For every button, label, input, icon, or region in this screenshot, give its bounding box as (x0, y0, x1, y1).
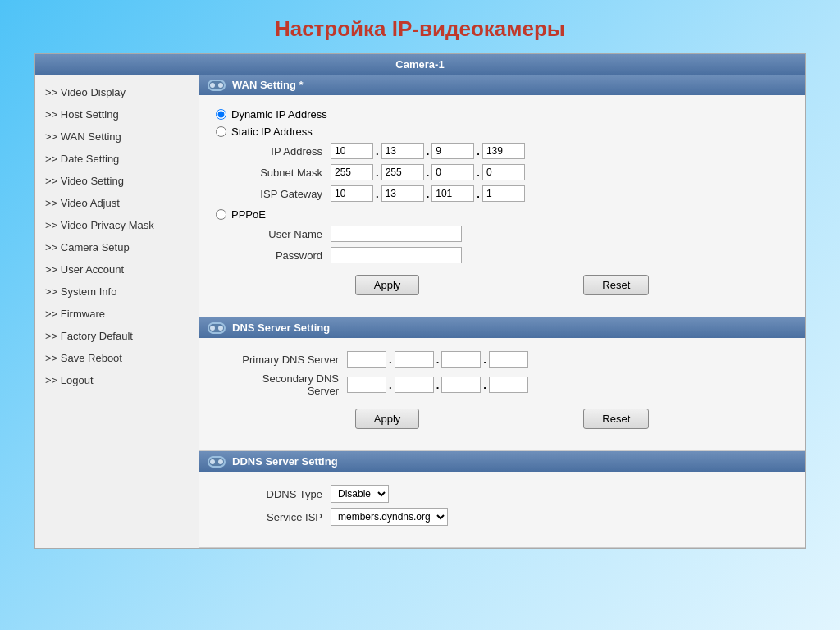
sidebar-item-logout[interactable]: >> Logout (35, 369, 199, 391)
pdns-dot-3: . (482, 354, 487, 366)
username-input[interactable] (331, 226, 462, 242)
subnet-dot-1: . (375, 167, 380, 179)
dns-section-icon (208, 322, 226, 334)
secondary-dns-group: . . . (347, 377, 528, 393)
ip-address-row: IP Address . . . (216, 143, 788, 159)
secondary-dns-oct3[interactable] (441, 377, 481, 393)
ddns-section: DDNS Server Setting DDNS Type Disable En… (199, 451, 805, 548)
dns-section-body: Primary DNS Server . . . Se (199, 338, 805, 442)
ip-oct4[interactable] (482, 143, 525, 159)
wan-section-icon (208, 80, 226, 91)
primary-dns-oct1[interactable] (347, 351, 386, 368)
username-label: User Name (240, 228, 331, 240)
gw-dot-3: . (476, 188, 481, 200)
dns-button-row: Apply Reset (216, 409, 788, 429)
wan-apply-button[interactable]: Apply (355, 275, 420, 295)
service-isp-select[interactable]: members.dyndns.org (331, 508, 448, 526)
pppoe-label[interactable]: PPPoE (231, 208, 266, 221)
sidebar-item-video-privacy-mask[interactable]: >> Video Privacy Mask (35, 214, 199, 236)
sidebar-item-date-setting[interactable]: >> Date Setting (35, 148, 199, 170)
subnet-mask-group: . . . (331, 164, 525, 180)
wan-section-title: WAN Setting * (232, 79, 304, 91)
isp-gateway-row: ISP Gateway . . . (216, 185, 788, 202)
dns-reset-button[interactable]: Reset (583, 409, 649, 429)
dns-apply-button[interactable]: Apply (355, 409, 420, 429)
subnet-oct1[interactable] (331, 164, 373, 180)
ddns-type-label: DDNS Type (240, 488, 331, 500)
gw-oct4[interactable] (482, 185, 525, 202)
ip-address-label: IP Address (240, 145, 331, 158)
username-row: User Name (216, 226, 788, 242)
service-isp-label: Service ISP (240, 511, 331, 523)
ddns-type-select[interactable]: Disable Enable (331, 485, 389, 503)
subnet-dot-2: . (426, 167, 431, 179)
dns-section-title: DNS Server Setting (232, 322, 330, 334)
subnet-oct2[interactable] (381, 164, 424, 180)
subnet-mask-label: Subnet Mask (240, 167, 331, 179)
ddns-section-body: DDNS Type Disable Enable Service ISP mem… (199, 472, 805, 539)
subnet-mask-row: Subnet Mask . . . (216, 164, 788, 180)
wan-section-body: Dynamic IP Address Static IP Address IP … (199, 95, 805, 308)
subnet-oct3[interactable] (431, 164, 474, 180)
primary-dns-group: . . . (347, 351, 528, 368)
ddns-section-header: DDNS Server Setting (199, 451, 805, 472)
dynamic-ip-radio[interactable] (216, 109, 226, 120)
sidebar-item-factory-default[interactable]: >> Factory Default (35, 325, 199, 347)
sidebar-item-host-setting[interactable]: >> Host Setting (35, 103, 199, 126)
isp-gateway-group: . . . (331, 185, 525, 202)
service-isp-row: Service ISP members.dyndns.org (216, 508, 788, 526)
primary-dns-oct4[interactable] (489, 351, 528, 368)
dynamic-ip-label[interactable]: Dynamic IP Address (231, 108, 327, 121)
ip-dot-1: . (375, 145, 380, 158)
wan-section-header: WAN Setting * (199, 75, 805, 95)
ip-dot-3: . (476, 145, 481, 158)
secondary-dns-oct1[interactable] (347, 377, 386, 393)
secondary-dns-label: Secondary DNS Server (240, 372, 347, 397)
gw-oct1[interactable] (331, 185, 373, 202)
sidebar-item-video-display[interactable]: >> Video Display (35, 81, 199, 103)
secondary-dns-row: Secondary DNS Server . . . (216, 372, 788, 397)
dynamic-ip-row: Dynamic IP Address (216, 108, 788, 121)
pdns-dot-1: . (388, 354, 393, 366)
ddns-type-row: DDNS Type Disable Enable (216, 485, 788, 503)
sdns-dot-1: . (388, 379, 393, 391)
wan-reset-button[interactable]: Reset (583, 275, 649, 295)
secondary-dns-oct2[interactable] (395, 377, 434, 393)
sidebar-item-wan-setting[interactable]: >> WAN Setting (35, 126, 199, 148)
gw-oct2[interactable] (381, 185, 424, 202)
wan-setting-section: WAN Setting * Dynamic IP Address Static … (199, 75, 805, 317)
static-ip-radio[interactable] (216, 126, 226, 137)
ip-oct2[interactable] (381, 143, 424, 159)
sidebar-item-system-info[interactable]: >> System Info (35, 281, 199, 303)
sidebar-item-firmware[interactable]: >> Firmware (35, 303, 199, 325)
ip-dot-2: . (426, 145, 431, 158)
dns-section: DNS Server Setting Primary DNS Server . … (199, 317, 805, 451)
sidebar-item-save-reboot[interactable]: >> Save Reboot (35, 347, 199, 369)
content-area: >> Video Display>> Host Setting>> WAN Se… (35, 75, 805, 548)
sidebar-item-user-account[interactable]: >> User Account (35, 258, 199, 281)
static-ip-label[interactable]: Static IP Address (231, 126, 313, 138)
pppoe-row: PPPoE (216, 208, 788, 221)
sidebar-item-video-setting[interactable]: >> Video Setting (35, 170, 199, 192)
sidebar-item-video-adjust[interactable]: >> Video Adjust (35, 192, 199, 214)
gw-oct3[interactable] (431, 185, 474, 202)
ddns-section-title: DDNS Server Setting (232, 455, 338, 468)
gw-dot-1: . (375, 188, 380, 200)
dns-section-header: DNS Server Setting (199, 317, 805, 338)
static-ip-row: Static IP Address (216, 126, 788, 138)
primary-dns-label: Primary DNS Server (240, 354, 347, 366)
ip-oct1[interactable] (331, 143, 373, 159)
pppoe-radio[interactable] (216, 209, 226, 220)
password-input[interactable] (331, 247, 462, 263)
sidebar-item-camera-setup[interactable]: >> Camera Setup (35, 236, 199, 258)
ip-oct3[interactable] (431, 143, 474, 159)
isp-gateway-label: ISP Gateway (240, 188, 331, 200)
primary-dns-oct3[interactable] (441, 351, 481, 368)
pdns-dot-2: . (436, 354, 441, 366)
sdns-dot-2: . (436, 379, 441, 391)
secondary-dns-oct4[interactable] (489, 377, 528, 393)
subnet-oct4[interactable] (482, 164, 525, 180)
gw-dot-2: . (426, 188, 431, 200)
primary-dns-oct2[interactable] (395, 351, 434, 368)
ddns-section-icon (208, 456, 226, 468)
